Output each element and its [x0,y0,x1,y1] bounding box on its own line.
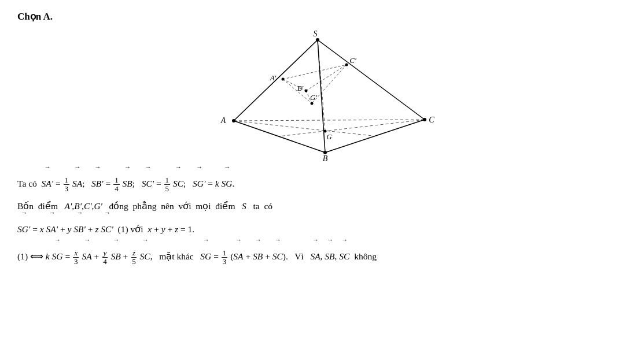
svg-text:B': B' [297,84,304,92]
svg-text:S: S [314,29,318,38]
frac-z5: z 5 [131,249,137,266]
vector-sa: →SA [72,169,82,192]
svg-text:A': A' [270,73,277,82]
svg-text:G: G [326,132,332,141]
svg-point-17 [316,38,319,42]
svg-point-18 [232,119,235,122]
math-line-1: Ta có →SA' = 1 3 →SA ; →SB' = 1 4 →SB ; … [17,169,624,193]
vector-sb5: →SB [325,242,334,265]
frac-y4: y 4 [102,249,108,266]
vector-sg: →SG [222,169,233,192]
vector-sg2: →SG' [17,215,30,237]
svg-point-21 [282,78,285,81]
vector-sb2: →SB' [73,215,86,237]
frac-1-3b: 1 3 [222,249,228,266]
diagram-container: S A B C A' B' C' G' G [17,28,624,161]
svg-line-15 [234,121,325,153]
vector-sb4: →SB [253,242,263,265]
vector-sc3: →SC [140,242,150,265]
page-content: Chọn A. [0,0,641,276]
vector-sa5: →SA [310,242,320,265]
frac-x3: x 3 [73,249,79,266]
math-line-2: Bốn điểm A',B',C',G' đồng phẳng nên với … [17,198,624,237]
svg-text:G': G' [310,93,317,102]
svg-text:C': C' [349,56,356,65]
frac-1-4: 1 4 [113,176,120,194]
svg-line-8 [306,65,347,91]
vector-sa3: →SA [82,242,91,265]
frac-1-5: 1 5 [164,176,171,194]
vector-sa4: →SA [233,242,243,265]
svg-text:B: B [323,154,328,161]
svg-line-13 [318,40,325,153]
math-line-3: (1) ⟺ k →SG = x 3 →SA + y 4 →SB + z 5 →S… [17,242,624,266]
vector-sb3: →SB [111,242,121,265]
vector-sa-prime: →SA' [42,169,54,192]
vector-sc: →SC [173,169,183,192]
vector-sc4: →SC [272,242,283,265]
svg-line-14 [318,40,425,120]
vector-sa2: →SA' [46,215,58,237]
svg-line-6 [283,65,347,79]
svg-line-16 [325,120,425,153]
vector-sg4: →SG [200,242,211,265]
svg-point-24 [311,102,314,105]
vector-sg-prime: →SG' [193,169,205,192]
svg-line-5 [279,120,425,136]
vector-sc5: →SC [339,242,349,265]
svg-line-0 [234,120,425,121]
svg-text:C: C [429,116,434,124]
frac-1-3: 1 3 [64,176,70,194]
vector-sb-prime: →SB' [91,169,104,192]
svg-text:A: A [220,116,226,125]
svg-point-20 [423,118,426,121]
svg-point-23 [345,64,348,66]
vector-sg3: →SG [52,242,63,265]
page-title: Chọn A. [17,10,624,23]
vector-sc-prime: →SC' [142,169,154,192]
vector-sc2: →SC' [101,215,113,237]
svg-point-22 [305,90,308,92]
vector-sb: →SB [123,169,132,192]
geometry-diagram: S A B C A' B' C' G' G [182,28,459,161]
